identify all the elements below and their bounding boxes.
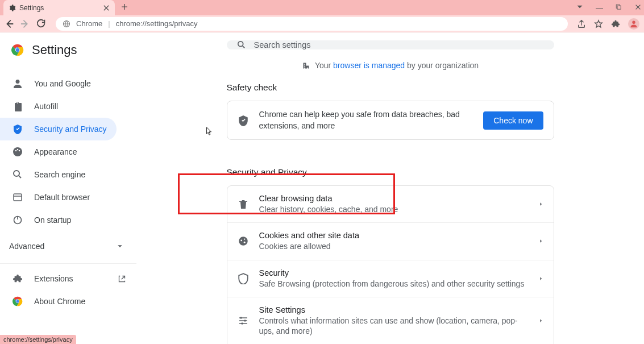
shield-outline-icon	[238, 273, 249, 284]
window-close-button[interactable]	[634, 3, 642, 13]
sidebar-item-label: Default browser	[34, 193, 90, 202]
open-external-icon	[118, 275, 126, 283]
sidebar-item-appearance[interactable]: Appearance	[0, 140, 117, 163]
row-title: Clear browsing data	[259, 194, 529, 203]
status-bar: chrome://settings/privacy	[0, 335, 76, 344]
chevron-right-icon	[539, 202, 543, 206]
safety-check-text: Chrome can help keep you safe from data …	[259, 109, 473, 131]
puzzle-icon	[13, 273, 23, 284]
sidebar-item-on-startup[interactable]: On startup	[0, 209, 117, 231]
sidebar-item-default-browser[interactable]: Default browser	[0, 186, 117, 209]
settings-search-field[interactable]: Search settings	[227, 40, 554, 49]
privacy-card: Clear browsing data Clear history, cooki…	[227, 185, 554, 344]
sidebar-item-label: Autofill	[34, 102, 58, 111]
palette-icon	[13, 147, 23, 157]
chevron-right-icon	[539, 276, 543, 281]
sidebar-item-about-chrome[interactable]: About Chrome	[0, 290, 136, 313]
browser-tab[interactable]: Settings	[3, 0, 115, 15]
sidebar-item-you-and-google[interactable]: You and Google	[0, 72, 117, 95]
managed-banner: Your browser is managed by your organiza…	[302, 61, 479, 70]
person-icon	[13, 78, 23, 89]
window-icon	[13, 192, 23, 202]
address-bar[interactable]: Chrome | chrome://settings/privacy	[56, 17, 568, 31]
sidebar-item-label: Appearance	[34, 147, 77, 156]
sliders-icon	[238, 315, 249, 326]
row-security[interactable]: Security Safe Browsing (protection from …	[227, 260, 554, 297]
section-title-privacy: Security and Privacy	[227, 167, 307, 177]
settings-main: Search settings Your browser is managed …	[136, 32, 644, 344]
sidebar-item-security-privacy[interactable]: Security and Privacy	[0, 118, 117, 140]
window-maximize-button[interactable]	[616, 3, 622, 12]
section-title-safety: Safety check	[227, 82, 277, 93]
chrome-logo-icon	[13, 296, 23, 306]
check-now-button[interactable]: Check now	[483, 111, 543, 130]
mouse-cursor-icon	[206, 127, 213, 136]
browser-toolbar: Chrome | chrome://settings/privacy	[0, 15, 644, 32]
extensions-puzzle-icon[interactable]	[611, 19, 620, 28]
search-placeholder: Search settings	[254, 40, 311, 49]
settings-sidebar: Settings You and Google Autofill Securit…	[0, 32, 136, 344]
row-subtitle: Clear history, cookies, cache, and more	[259, 204, 529, 214]
row-cookies[interactable]: Cookies and other site data Cookies are …	[227, 222, 554, 259]
omnibox-chip: Chrome	[76, 19, 102, 28]
profile-avatar[interactable]	[628, 18, 639, 30]
row-title: Security	[259, 268, 529, 277]
nav-forward-button[interactable]	[20, 19, 31, 29]
sidebar-advanced-label: Advanced	[9, 242, 44, 251]
sidebar-item-label: Extensions	[34, 274, 73, 283]
cookie-icon	[238, 235, 249, 247]
tab-title: Settings	[19, 4, 99, 12]
row-subtitle: Controls what information sites can use …	[259, 316, 529, 336]
window-controls: —	[576, 0, 642, 15]
clipboard-icon	[13, 101, 23, 111]
trash-icon	[238, 198, 249, 210]
gear-icon	[8, 4, 16, 12]
settings-brand: Settings	[0, 43, 136, 68]
omnibox-url: chrome://settings/privacy	[116, 19, 198, 28]
shield-icon	[13, 124, 23, 134]
share-icon[interactable]	[577, 19, 586, 28]
search-icon	[237, 40, 246, 49]
window-dropdown-icon[interactable]	[576, 3, 583, 12]
nav-back-button[interactable]	[5, 19, 15, 29]
chevron-right-icon	[539, 239, 543, 243]
row-title: Site Settings	[259, 305, 529, 314]
shield-icon	[238, 115, 249, 126]
row-site-settings[interactable]: Site Settings Controls what information …	[227, 297, 554, 344]
chevron-down-icon	[117, 243, 123, 249]
chrome-logo-icon	[11, 44, 24, 56]
site-info-icon[interactable]	[63, 20, 70, 28]
chevron-right-icon	[539, 318, 543, 323]
close-tab-icon[interactable]	[102, 4, 110, 12]
row-title: Cookies and other site data	[259, 231, 529, 240]
sidebar-advanced-toggle[interactable]: Advanced	[0, 231, 136, 261]
sidebar-item-label: On startup	[34, 215, 71, 225]
search-icon	[13, 169, 23, 180]
sidebar-item-label: Security and Privacy	[34, 125, 107, 134]
sidebar-item-label: Search engine	[34, 170, 85, 179]
safety-check-card: Chrome can help keep you safe from data …	[227, 101, 554, 140]
row-subtitle: Cookies are allowed	[259, 241, 529, 251]
nav-reload-button[interactable]	[36, 19, 47, 29]
sidebar-item-extensions[interactable]: Extensions	[0, 267, 136, 290]
row-clear-browsing-data[interactable]: Clear browsing data Clear history, cooki…	[227, 186, 554, 222]
sidebar-item-autofill[interactable]: Autofill	[0, 95, 117, 118]
svg-rect-19	[617, 6, 621, 9]
new-tab-button[interactable]	[121, 3, 128, 13]
person-icon	[630, 20, 638, 28]
bookmark-star-icon[interactable]	[594, 19, 603, 28]
row-subtitle: Safe Browsing (protection from dangerous…	[259, 279, 529, 289]
domain-icon	[302, 61, 310, 70]
page-title: Settings	[32, 43, 77, 57]
sidebar-item-label: You and Google	[34, 79, 91, 88]
power-icon	[13, 215, 23, 225]
sidebar-item-search-engine[interactable]: Search engine	[0, 163, 117, 186]
managed-link[interactable]: browser is managed	[333, 61, 405, 70]
window-minimize-button[interactable]: —	[596, 3, 603, 12]
window-titlebar: Settings —	[0, 0, 644, 15]
sidebar-item-label: About Chrome	[34, 297, 85, 306]
